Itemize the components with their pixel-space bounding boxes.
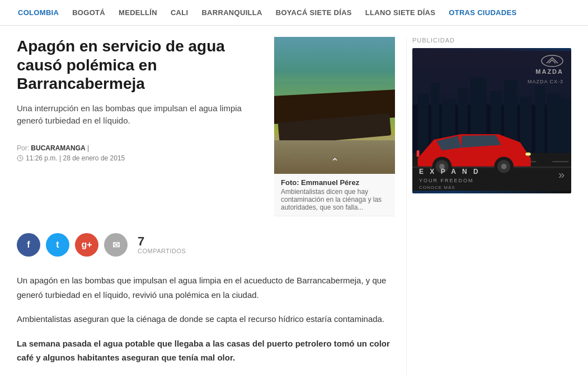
svg-rect-18 [535, 86, 544, 158]
share-label: COMPARTIDOS [138, 248, 186, 254]
top-nav: COLOMBIA BOGOTÁ MEDELLÍN CALI BARRANQUIL… [0, 0, 588, 26]
nav-boyaca[interactable]: BOYACÁ SIETE DÍAS [269, 8, 359, 17]
publicidad-label: PUBLICIDAD [412, 37, 571, 44]
image-caption: Foto: Emmanuel Pérez Ambientalistas dice… [274, 174, 395, 216]
page-wrapper: COLOMBIA BOGOTÁ MEDELLÍN CALI BARRANQUIL… [0, 0, 588, 384]
nav-colombia[interactable]: COLOMBIA [11, 8, 65, 17]
nav-otras-ciudades[interactable]: OTRAS CIUDADES [442, 8, 523, 17]
article-text-col: Apagón en servicio de agua causó polémic… [17, 37, 263, 216]
mazda-model-label: MAZDA CX-3 [528, 79, 563, 84]
mazda-label: MAZDA [535, 68, 563, 75]
image-chevron-up[interactable]: ⌃ [331, 156, 339, 168]
mazda-logo-icon [541, 55, 563, 67]
ad-sub-text: YOUR FREEDOM [419, 178, 474, 183]
author-city: BUCARAMANGA [31, 144, 85, 152]
article-title: Apagón en servicio de agua causó polémic… [17, 37, 263, 93]
article-image-col: ⌃ Foto: Emmanuel Pérez Ambientalistas di… [274, 37, 395, 216]
email-share-button[interactable]: ✉ [104, 233, 128, 257]
article-meta: Por: BUCARAMANGA | 11:26 p.m. | 28 de en… [17, 144, 263, 162]
by-label: Por: [17, 144, 29, 152]
ad-arrows-icon[interactable]: » [558, 168, 565, 181]
article-column: Apagón en servicio de agua causó polémic… [17, 37, 406, 375]
email-icon: ✉ [112, 240, 120, 250]
ad-banner[interactable]: MAZDA MAZDA CX-3 E X P A N D YOUR FREEDO… [412, 48, 571, 193]
main-content: Apagón en servicio de agua causó polémic… [0, 26, 588, 384]
article-body: Un apagón en las bombas que impulsan el … [17, 273, 395, 365]
date-line: 11:26 p.m. | 28 de enero de 2015 [17, 154, 263, 162]
clock-icon [17, 155, 23, 162]
sidebar: PUBLICIDAD [406, 37, 571, 375]
caption-text: Ambientalistas dicen que hay contaminaci… [281, 188, 388, 211]
byline: Por: BUCARAMANGA | [17, 144, 263, 152]
svg-rect-7 [274, 135, 395, 146]
svg-rect-35 [417, 150, 420, 157]
nav-medellin[interactable]: MEDELLÍN [112, 8, 164, 17]
facebook-share-button[interactable]: f [17, 233, 40, 257]
share-count-block: 7 COMPARTIDOS [138, 235, 186, 254]
main-image-container: ⌃ Foto: Emmanuel Pérez Ambientalistas di… [274, 37, 395, 216]
photo-credit: Foto: Emmanuel Pérez [281, 178, 388, 187]
svg-rect-20 [561, 99, 571, 158]
nav-cali[interactable]: CALI [164, 8, 195, 17]
article-subtitle: Una interrupción en las bombas que impul… [17, 102, 263, 127]
nav-bogota[interactable]: BOGOTÁ [65, 8, 112, 17]
share-number: 7 [138, 235, 186, 248]
article-paragraph-3: La semana pasada el agua potable que lle… [17, 336, 395, 365]
twitter-share-button[interactable]: t [46, 233, 69, 257]
gplus-icon: g+ [81, 240, 92, 250]
article-header-layout: Apagón en servicio de agua causó polémic… [17, 37, 395, 216]
social-sharing-row: f t g+ ✉ 7 COMPARTIDOS [17, 227, 395, 262]
facebook-icon: f [27, 240, 30, 250]
nav-barranquilla[interactable]: BARRANQUILLA [195, 8, 269, 17]
ad-conoce-text: CONOCE MÁS [419, 185, 455, 190]
separator: | [87, 144, 89, 152]
article-paragraph-1: Un apagón en las bombas que impulsan el … [17, 273, 395, 302]
svg-point-34 [525, 153, 531, 156]
nav-llano[interactable]: LLANO SIETE DÍAS [359, 8, 442, 17]
twitter-icon: t [56, 240, 59, 250]
svg-rect-27 [552, 161, 568, 162]
gplus-share-button[interactable]: g+ [75, 233, 98, 257]
article-paragraph-2: Ambientalistas aseguran que la ciénaga d… [17, 312, 395, 326]
svg-rect-19 [547, 94, 561, 159]
main-image: ⌃ [274, 37, 395, 174]
svg-point-33 [501, 164, 507, 169]
svg-line-2 [20, 158, 22, 159]
article-date: 11:26 p.m. | 28 de enero de 2015 [26, 154, 125, 162]
ad-expand-text: E X P A N D [419, 168, 481, 176]
